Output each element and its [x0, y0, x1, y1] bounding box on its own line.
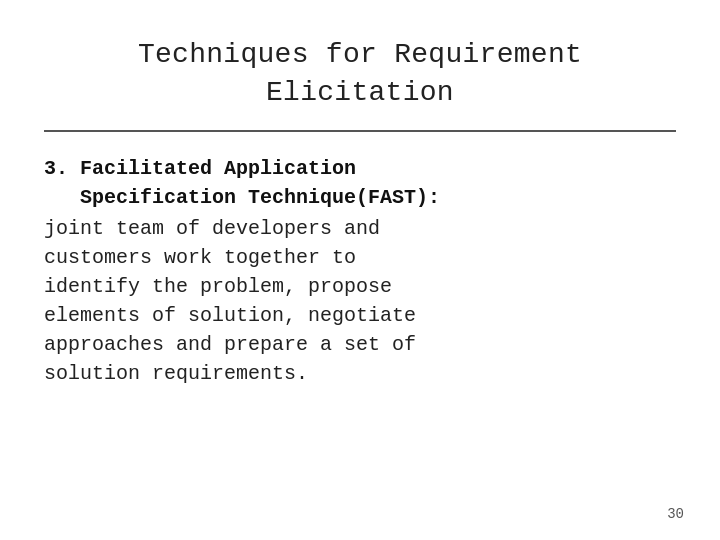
content-block: 3. Facilitated Application Specification…: [44, 154, 676, 510]
item-number: 3.: [44, 157, 68, 180]
slide-title: Techniques for Requirement Elicitation: [44, 36, 676, 112]
title-block: Techniques for Requirement Elicitation: [44, 36, 676, 112]
item-heading-part1: Facilitated Application: [80, 157, 356, 180]
title-divider: [44, 130, 676, 132]
title-line1: Techniques for Requirement: [138, 39, 582, 70]
title-line2: Elicitation: [266, 77, 454, 108]
slide: Techniques for Requirement Elicitation 3…: [0, 0, 720, 540]
item-body: joint team of developers and customers w…: [44, 214, 676, 388]
item-heading-part2: Specification Technique(FAST):: [80, 186, 440, 209]
item-heading: 3. Facilitated Application Specification…: [44, 154, 676, 212]
page-number: 30: [667, 506, 684, 522]
